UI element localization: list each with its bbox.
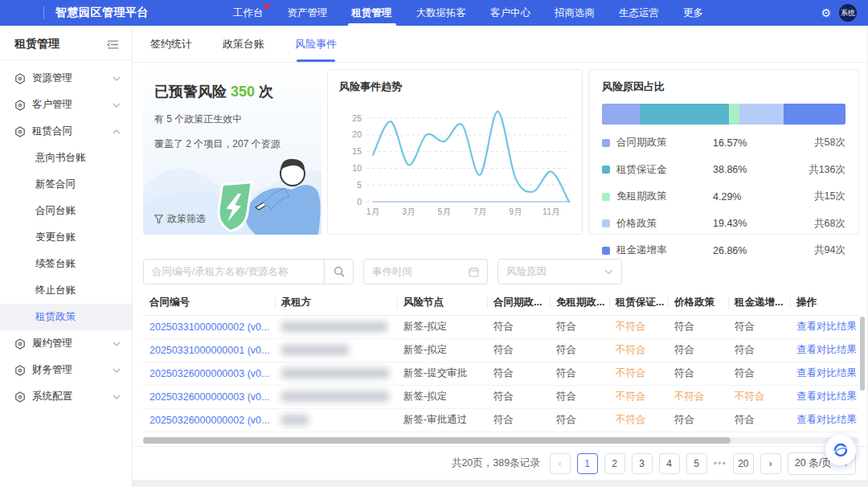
view-compare-link[interactable]: 查看对比结果 xyxy=(796,321,857,332)
pagination-summary: 共20页，389条记录 xyxy=(452,456,540,470)
bar-segment-免租期政策 xyxy=(729,104,739,125)
tab-风险事件[interactable]: 风险事件 xyxy=(295,37,337,62)
nav-item-资产管理[interactable]: 资产管理 xyxy=(276,0,340,26)
sidebar-subitem-新签合同[interactable]: 新签合同 xyxy=(0,171,132,198)
table-row: 20250326000000002 (v0...新签-审批通过符合符合不符合符合… xyxy=(143,408,859,432)
event-date-picker[interactable]: 事件时间 xyxy=(363,259,488,284)
page-button-5[interactable]: 5 xyxy=(686,453,707,474)
sidebar-subitem-续签台账[interactable]: 续签台账 xyxy=(0,251,132,277)
sidebar-subitem-合同台账[interactable]: 合同台账 xyxy=(0,198,132,224)
chevron-down-icon xyxy=(113,368,121,373)
tenant-redacted xyxy=(281,368,389,379)
contract-link[interactable]: 20250331000000002 (v0... xyxy=(149,321,269,333)
status-cell: 符合 xyxy=(550,385,609,408)
chevron-down-icon xyxy=(113,342,121,346)
status-cell: 不符合 xyxy=(609,315,668,338)
sidebar-subitem-终止台账[interactable]: 终止台账 xyxy=(0,277,132,304)
legend-swatch xyxy=(602,166,610,174)
column-header-合同编号: 合同编号 xyxy=(143,291,275,315)
contract-link[interactable]: 20250326000000003 (v0... xyxy=(149,368,269,379)
sidebar-subitem-租赁政策[interactable]: 租赁政策 xyxy=(0,304,132,330)
page-button-4[interactable]: 4 xyxy=(659,453,680,474)
nav-item-招商选商[interactable]: 招商选商 xyxy=(542,0,607,26)
sidebar-subitem-意向书台账[interactable]: 意向书台账 xyxy=(0,145,132,171)
coverage-text: 覆盖了 2 个项目，207 个资源 xyxy=(143,126,321,151)
status-cell: 符合 xyxy=(728,408,790,432)
sidebar-title: 租赁管理 xyxy=(14,37,59,51)
horizontal-scrollbar-thumb[interactable] xyxy=(143,437,731,444)
notification-dot xyxy=(264,4,269,9)
contract-no-cell: 20250331000000001 (v0... xyxy=(143,338,275,362)
search-input[interactable] xyxy=(144,266,324,277)
risk-summary-title: 已预警风险 350 次 xyxy=(143,69,321,101)
risk-count: 350 xyxy=(231,84,255,100)
contract-link[interactable]: 20250326000000002 (v0... xyxy=(149,415,269,426)
sidebar-item-租赁合同[interactable]: 租赁合同 xyxy=(0,118,132,145)
search-button[interactable] xyxy=(324,260,353,284)
gear-icon[interactable]: ⚙ xyxy=(821,7,831,18)
risk-trend-card: 风险事件趋势 05101520251月3月5月7月9月11月 xyxy=(327,69,583,235)
search-box xyxy=(143,259,354,284)
tenant-redacted xyxy=(281,391,389,402)
legend-label: 合同期政策 xyxy=(616,136,713,149)
view-compare-link[interactable]: 查看对比结果 xyxy=(796,344,857,355)
nav-item-生态运营[interactable]: 生态运营 xyxy=(607,0,671,26)
assistant-float-button[interactable] xyxy=(825,435,856,465)
status-cell: 符合 xyxy=(668,408,728,432)
status-cell: 符合 xyxy=(487,408,550,432)
action-cell: 查看对比结果 xyxy=(790,362,859,385)
status-cell: 不符合 xyxy=(609,408,668,432)
risk-node-cell: 新签-拟定 xyxy=(397,338,487,362)
sidebar-item-履约管理[interactable]: 履约管理 xyxy=(0,330,132,357)
view-compare-link[interactable]: 查看对比结果 xyxy=(796,367,857,379)
sidebar-item-系统配置[interactable]: 系统配置 xyxy=(0,383,132,410)
sidebar-item-客户管理[interactable]: 客户管理 xyxy=(0,92,132,118)
nav-item-工作台[interactable]: 工作台 xyxy=(221,0,276,26)
action-cell: 查看对比结果 xyxy=(790,408,859,432)
hexagon-icon xyxy=(14,391,26,403)
page-button-2[interactable]: 2 xyxy=(604,453,625,474)
menu-fold-icon[interactable] xyxy=(107,39,119,50)
status-cell: 符合 xyxy=(668,338,728,362)
page-button-1[interactable]: 1 xyxy=(577,453,598,474)
svg-text:1月: 1月 xyxy=(366,207,379,216)
sidebar-item-财务管理[interactable]: 财务管理 xyxy=(0,357,132,383)
sidebar-item-资源管理[interactable]: 资源管理 xyxy=(0,65,132,92)
column-header-合同期政: 合同期政... xyxy=(487,291,550,315)
legend-swatch xyxy=(602,247,610,255)
avatar[interactable]: 系统 xyxy=(839,4,857,22)
more-pages-ellipsis[interactable]: ••• xyxy=(714,458,727,469)
page-button-20[interactable]: 20 xyxy=(733,453,754,474)
nav-item-租赁管理[interactable]: 租赁管理 xyxy=(340,0,404,26)
calendar-icon xyxy=(469,267,479,277)
tab-政策台账[interactable]: 政策台账 xyxy=(223,37,264,62)
legend-row: 租金递增率26.86%共94次 xyxy=(602,237,845,264)
vertical-scrollbar[interactable] xyxy=(860,317,865,391)
view-compare-link[interactable]: 查看对比结果 xyxy=(796,391,857,402)
column-header-免租期政: 免租期政... xyxy=(550,291,609,315)
contract-link[interactable]: 20250326000000003 (v0... xyxy=(149,391,269,403)
contract-link[interactable]: 20250331000000001 (v0... xyxy=(149,345,269,356)
nav-item-大数据拓客[interactable]: 大数据拓客 xyxy=(404,0,479,26)
nav-item-客户中心[interactable]: 客户中心 xyxy=(478,0,542,26)
next-page-button[interactable]: › xyxy=(760,453,781,474)
sidebar: 租赁管理 资源管理客户管理租赁合同意向书台账新签合同合同台账变更台账续签台账终止… xyxy=(0,26,133,487)
sidebar-subitem-变更台账[interactable]: 变更台账 xyxy=(0,224,132,251)
svg-text:7月: 7月 xyxy=(473,207,486,216)
legend-count: 共68次 xyxy=(789,217,845,231)
legend-count: 共94次 xyxy=(789,244,845,257)
tab-签约统计[interactable]: 签约统计 xyxy=(150,37,192,62)
page-button-3[interactable]: 3 xyxy=(632,453,653,474)
nav-item-更多[interactable]: 更多 xyxy=(671,0,715,26)
legend-label: 租金递增率 xyxy=(616,244,713,257)
risk-node-cell: 新签-提交审批 xyxy=(397,362,487,385)
table-row: 20250331000000001 (v0...新签-拟定符合符合不符合符合符合… xyxy=(143,338,859,362)
legend-swatch xyxy=(602,139,610,147)
legend-count: 共136次 xyxy=(789,163,845,177)
filter-icon xyxy=(154,215,163,223)
view-compare-link[interactable]: 查看对比结果 xyxy=(796,414,857,425)
tenant-cell xyxy=(275,385,397,408)
policy-filter-button[interactable]: 政策筛选 xyxy=(154,212,206,226)
svg-text:9月: 9月 xyxy=(509,207,522,216)
prev-page-button[interactable]: ‹ xyxy=(550,453,571,474)
